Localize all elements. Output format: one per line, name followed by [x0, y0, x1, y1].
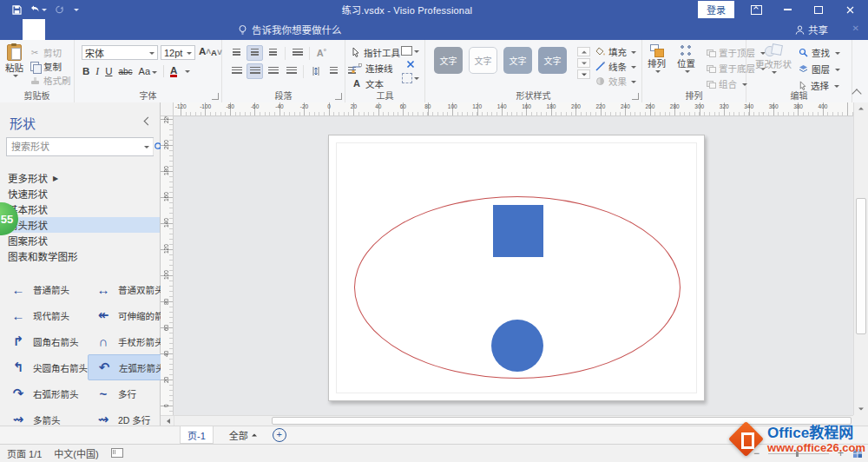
ribbon-tab[interactable] [23, 19, 45, 40]
collapse-panel-icon[interactable] [144, 117, 153, 126]
close-button[interactable] [840, 3, 859, 16]
position-button[interactable]: 位置 [677, 44, 695, 74]
pointer-tool-button[interactable]: 指针工具 [352, 46, 400, 58]
ribbon-tab[interactable] [203, 19, 226, 40]
master-shape-item[interactable]: ↰ 尖圆角右箭头 [3, 354, 88, 380]
ribbon-tab[interactable] [158, 19, 181, 40]
align-middle-button[interactable] [247, 45, 263, 61]
ribbon-tab[interactable] [0, 19, 23, 40]
add-page-button[interactable]: + [273, 428, 286, 442]
macro-record-icon[interactable] [111, 448, 123, 459]
strikethrough-button[interactable]: abc [118, 67, 132, 76]
stencil-category[interactable]: 图案形状 [0, 233, 160, 248]
text-direction-button[interactable]: A˚ [313, 45, 330, 61]
format-painter-button[interactable]: 格式刷 [30, 74, 71, 87]
vertical-scrollbar[interactable] [853, 102, 868, 415]
ribbon-tab[interactable] [135, 19, 158, 40]
copy-button[interactable]: 复制 [30, 60, 71, 73]
stencil-category[interactable]: 基本形状 [0, 201, 160, 217]
grow-font-button[interactable]: A˄ [199, 46, 211, 56]
scroll-up-icon[interactable] [854, 102, 868, 115]
all-pages-button[interactable]: 全部 [229, 428, 257, 442]
font-name-select[interactable]: 宋体 [82, 45, 158, 60]
font-dialog-launcher-icon[interactable] [212, 93, 219, 100]
change-case-button[interactable]: Aa [139, 66, 157, 76]
bold-button[interactable]: B [82, 66, 89, 76]
layers-button[interactable]: 图层 [799, 63, 840, 76]
align-top-button[interactable] [228, 45, 245, 61]
text-tool-button[interactable]: A 文本 [352, 77, 384, 89]
master-shape-item[interactable]: ↷ 右弧形箭头 [3, 380, 88, 406]
shape-style-swatch[interactable]: 文字 [469, 47, 497, 74]
justify-button[interactable] [283, 63, 299, 79]
align-center-button[interactable] [247, 63, 263, 79]
drawing-surface[interactable] [174, 116, 853, 415]
rectangle-tool-button[interactable] [401, 46, 419, 56]
bullets-button[interactable] [289, 45, 306, 61]
font-color-button[interactable]: A [170, 66, 177, 77]
undo-button[interactable] [30, 5, 47, 14]
ribbon-tab[interactable] [181, 19, 203, 40]
italic-button[interactable]: I [95, 66, 99, 76]
drawing-page[interactable] [328, 135, 705, 401]
qat-customize-icon[interactable] [74, 9, 79, 14]
search-input[interactable] [7, 142, 139, 152]
save-icon[interactable] [12, 5, 22, 15]
ribbon-display-options-button[interactable] [746, 3, 766, 16]
collapse-ribbon-icon[interactable] [852, 89, 861, 98]
fill-button[interactable]: 填充 [595, 46, 636, 57]
crop-tool-button[interactable] [402, 73, 419, 83]
page-number-status[interactable]: 页面 1/1 [7, 446, 42, 460]
shape-style-swatch[interactable]: 文字 [434, 47, 463, 74]
paste-button[interactable]: 粘贴 [5, 44, 23, 78]
find-button[interactable]: 查找 [799, 46, 840, 59]
ribbon-tab[interactable] [45, 19, 68, 40]
style-gallery-more-button[interactable] [577, 69, 590, 79]
stencil-category[interactable]: 箭头形状 [0, 217, 160, 233]
effects-button[interactable]: 效果 [595, 76, 636, 87]
shape-style-swatch[interactable]: 文字 [503, 47, 532, 74]
align-right-button[interactable] [265, 63, 281, 79]
align-left-button[interactable] [228, 63, 245, 79]
vertical-text-button[interactable] [307, 63, 324, 79]
circle-shape[interactable] [491, 320, 543, 372]
connection-point-icon[interactable] [406, 60, 415, 69]
redo-icon[interactable] [55, 5, 64, 14]
change-shape-button[interactable]: 更改形状 [753, 44, 793, 75]
stencil-category[interactable]: 快速形状 [0, 186, 160, 201]
paragraph-dialog-launcher-icon[interactable] [335, 93, 342, 100]
shrink-font-button[interactable]: A˅ [211, 48, 222, 57]
master-shape-item[interactable]: ← 现代箭头 [3, 302, 88, 328]
style-row-down-button[interactable] [577, 58, 590, 68]
line-button[interactable]: 线条 [595, 61, 636, 72]
undo-dropdown-icon[interactable] [42, 9, 47, 14]
shape-style-swatch[interactable]: 文字 [538, 47, 567, 74]
search-dropdown[interactable] [139, 138, 154, 155]
decrease-indent-button[interactable] [326, 63, 342, 79]
connector-tool-button[interactable]: 连接线 [352, 62, 393, 74]
ribbon-tab[interactable] [90, 19, 113, 40]
master-shape-item[interactable]: ← 普通箭头 [3, 276, 88, 302]
close-print-preview-icon[interactable]: ✕ [852, 23, 859, 33]
language-status[interactable]: 中文(中国) [54, 446, 98, 460]
font-size-select[interactable]: 12pt [161, 45, 195, 60]
align-bottom-button[interactable] [265, 45, 281, 61]
scroll-left-icon[interactable] [161, 416, 174, 426]
shape-styles-dialog-launcher-icon[interactable] [632, 93, 639, 100]
page-tab[interactable]: 页-1 [180, 426, 214, 444]
minimize-button[interactable] [778, 3, 797, 16]
style-row-up-button[interactable] [577, 47, 590, 56]
vertical-scroll-thumb[interactable] [856, 198, 866, 334]
sign-in-button[interactable]: 登录 [698, 1, 734, 18]
restore-button[interactable] [809, 3, 828, 16]
arrange-button[interactable]: 排列 [648, 44, 666, 74]
scroll-down-icon[interactable] [854, 403, 868, 415]
cut-button[interactable]: ✂剪切 [30, 46, 71, 59]
stencil-category[interactable]: 更多形状 ▶ [0, 170, 160, 186]
square-shape[interactable] [493, 205, 543, 257]
ribbon-tab[interactable] [68, 19, 90, 40]
tell-me-box[interactable]: 告诉我你想要做什么 [238, 19, 342, 40]
ribbon-tab[interactable] [113, 19, 135, 40]
underline-button[interactable]: U [105, 66, 112, 76]
stencil-category[interactable]: 图表和数学图形 [0, 248, 160, 264]
